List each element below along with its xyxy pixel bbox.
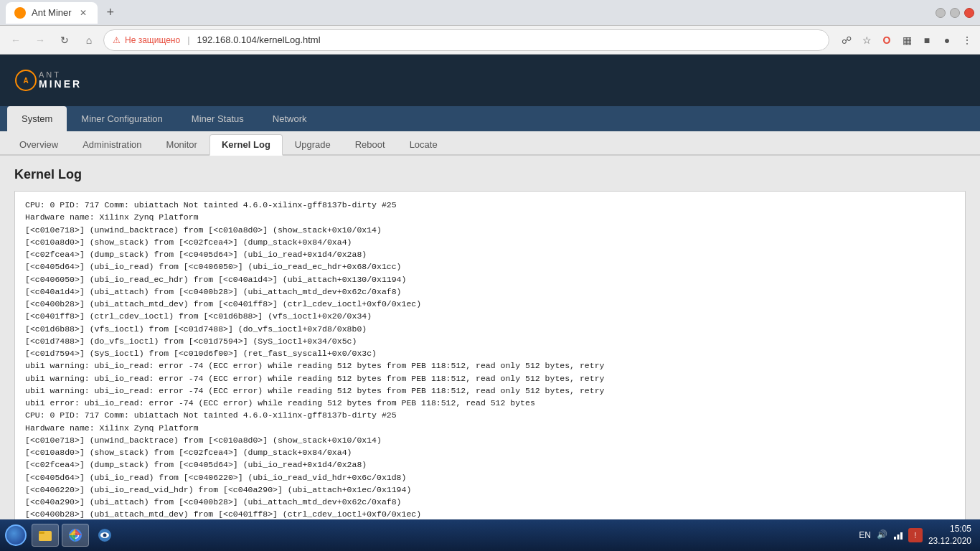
main-tab-miner-status[interactable]: Miner Status	[177, 106, 258, 131]
new-tab-button[interactable]: +	[100, 3, 121, 23]
sub-tab-locate[interactable]: Locate	[397, 134, 450, 154]
tray-network-icon[interactable]	[892, 529, 904, 541]
start-orb	[5, 524, 27, 546]
svg-point-10	[103, 534, 107, 537]
url-separator: |	[184, 34, 192, 45]
tab-close-button[interactable]: ✕	[77, 7, 89, 19]
eye-app-icon	[98, 528, 112, 542]
content-area: Kernel Log CPU: 0 PID: 717 Comm: ubiatta…	[0, 156, 980, 551]
sub-tab-overview[interactable]: Overview	[7, 134, 70, 154]
main-tab-system[interactable]: System	[7, 106, 67, 131]
sub-tab-reboot[interactable]: Reboot	[343, 134, 397, 154]
taskbar-items	[32, 524, 118, 547]
taskbar-item-eye[interactable]	[92, 524, 118, 547]
opera-icon[interactable]: O	[880, 33, 894, 47]
taskbar-item-explorer[interactable]	[32, 524, 59, 547]
snapshot-icon[interactable]: ▦	[900, 33, 914, 47]
address-bar[interactable]: ⚠ Не защищено | 192.168.0.104/kernelLog.…	[103, 29, 829, 51]
kernel-log-output[interactable]: CPU: 0 PID: 717 Comm: ubiattach Not tain…	[14, 191, 966, 542]
logo-miner-text: MINER	[39, 79, 82, 90]
network-tray-icon	[892, 529, 904, 541]
active-tab[interactable]: Ant Miner ✕	[6, 2, 98, 24]
sub-tab-administration[interactable]: Administration	[70, 134, 154, 154]
sub-tab-bar: Overview Administration Monitor Kernel L…	[0, 131, 980, 156]
sub-tab-upgrade[interactable]: Upgrade	[283, 134, 343, 154]
window-minimize-button[interactable]	[936, 8, 946, 18]
start-button[interactable]	[3, 522, 29, 548]
tray-volume-icon[interactable]: 🔊	[877, 529, 888, 541]
url-text: 192.168.0.104/kernelLog.html	[197, 34, 820, 45]
taskbar-item-chrome[interactable]	[62, 524, 89, 547]
insecure-icon: ⚠	[113, 35, 121, 45]
window-maximize-button[interactable]	[950, 8, 960, 18]
reload-button[interactable]: ↻	[55, 30, 75, 50]
taskbar-right: EN 🔊 ! 15:05 23.12.2020	[859, 523, 977, 547]
tab-title: Ant Miner	[32, 7, 72, 18]
forward-button[interactable]: →	[30, 30, 50, 50]
svg-rect-11	[894, 537, 896, 540]
folder-icon	[38, 528, 52, 542]
clock-time: 15:05	[928, 523, 971, 535]
account-icon[interactable]: ●	[940, 33, 954, 47]
extensions-icon[interactable]: ■	[920, 33, 934, 47]
menu-icon[interactable]: ⋮	[960, 33, 974, 47]
tray-extra-icon[interactable]: !	[908, 528, 923, 542]
logo-icon: A	[14, 69, 37, 92]
main-tab-network[interactable]: Network	[258, 106, 321, 131]
system-tray: 🔊 !	[877, 528, 923, 542]
system-clock: 15:05 23.12.2020	[928, 523, 971, 547]
svg-rect-12	[897, 534, 899, 540]
chrome-icon	[68, 528, 83, 542]
svg-rect-4	[39, 532, 44, 534]
logo: A ANT MINER	[14, 69, 82, 92]
app-header: A ANT MINER	[0, 55, 980, 106]
sub-tab-monitor[interactable]: Monitor	[154, 134, 209, 154]
window-close-button[interactable]	[964, 8, 974, 18]
insecure-label: Не защищено	[125, 35, 180, 45]
home-button[interactable]: ⌂	[79, 30, 99, 50]
reader-mode-icon[interactable]: ☍	[839, 33, 854, 47]
main-tab-bar: System Miner Configuration Miner Status …	[0, 106, 980, 131]
taskbar: EN 🔊 ! 15:05 23.12.2020	[0, 519, 980, 551]
clock-date: 23.12.2020	[928, 535, 971, 547]
back-button[interactable]: ←	[6, 30, 26, 50]
svg-rect-13	[900, 532, 903, 540]
svg-text:A: A	[23, 77, 28, 85]
bookmark-icon[interactable]: ☆	[859, 33, 874, 47]
sub-tab-kernel-log[interactable]: Kernel Log	[209, 134, 283, 156]
main-tab-miner-configuration[interactable]: Miner Configuration	[67, 106, 176, 131]
page-title: Kernel Log	[14, 167, 966, 182]
language-indicator: EN	[859, 530, 871, 540]
tab-favicon	[14, 7, 26, 19]
svg-rect-3	[39, 533, 52, 541]
